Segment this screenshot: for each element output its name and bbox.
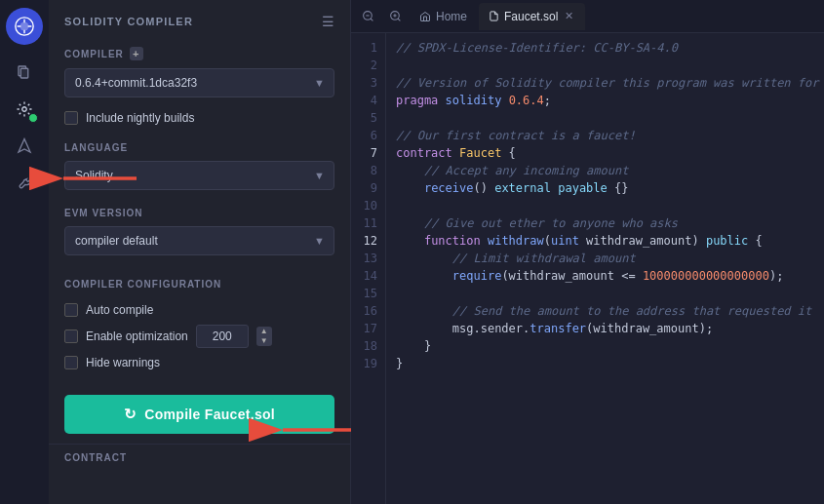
code-line-3: // Version of Solidity compiler this pro… [396,74,824,92]
line-num-12: 12 [351,232,385,250]
line-num-11: 11 [351,214,385,232]
hide-warnings-label: Hide warnings [86,356,160,369]
line-num-13: 13 [351,250,385,267]
code-line-14: require(withdraw_amount <= 1000000000000… [396,267,824,285]
contract-label: CONTRACT [64,452,334,463]
compiler-label: COMPILER + [49,39,350,64]
file-icon [489,11,499,21]
line-num-4: 4 [351,92,385,109]
logo-icon[interactable] [6,8,43,45]
code-lines: // SPDX-License-Identifier: CC-BY-SA-4.0… [386,33,824,504]
svg-point-1 [20,21,28,30]
include-nightly-checkbox[interactable] [64,111,78,125]
svg-point-4 [22,107,27,112]
code-line-5 [396,109,824,127]
auto-compile-label: Auto compile [86,303,153,317]
icon-bar [0,0,49,504]
line-num-15: 15 [351,285,385,302]
line-num-3: 3 [351,74,385,92]
compile-button[interactable]: ↻ Compile Faucet.sol [64,395,334,434]
svg-line-10 [398,19,400,20]
config-label: COMPILER CONFIGURATION [49,271,350,293]
optimization-input[interactable] [196,325,249,348]
evm-label: EVM VERSION [49,200,350,222]
include-nightly-row[interactable]: Include nightly builds [49,107,350,129]
compiler-version-select[interactable]: 0.6.4+commit.1dca32f3 [64,68,334,97]
line-num-1: 1 [351,39,385,57]
hide-warnings-row[interactable]: Hide warnings [49,352,350,373]
line-num-14: 14 [351,267,385,285]
code-line-4: pragma solidity 0.6.4; [396,92,824,109]
optimization-down-btn[interactable]: ▼ [256,336,272,346]
line-num-17: 17 [351,320,385,337]
code-line-15 [396,285,824,302]
code-line-11: // Give out ether to anyone who asks [396,214,824,232]
sidebar-title: SOLIDITY COMPILER [64,16,193,27]
line-num-7: 7 [351,144,385,162]
code-line-8: // Accept any incoming amount [396,162,824,179]
home-icon [419,11,431,22]
line-numbers: 1 2 3 4 5 6 7 8 9 10 11 12 13 14 15 16 1… [351,33,386,504]
tab-bar: Home Faucet.sol ✕ [351,0,824,33]
auto-compile-row[interactable]: Auto compile [49,299,350,321]
files-icon[interactable] [9,57,40,88]
include-nightly-label: Include nightly builds [86,111,194,125]
evm-select[interactable]: compiler default [64,226,334,255]
code-line-6: // Our first contract is a faucet! [396,127,824,144]
line-num-18: 18 [351,337,385,355]
compile-btn-wrapper: ↻ Compile Faucet.sol [49,379,350,444]
refresh-icon: ↻ [124,406,137,423]
language-select[interactable]: Solidity [64,161,334,190]
compile-btn-label: Compile Faucet.sol [144,407,275,422]
config-section: Auto compile Enable optimization ▲ ▼ Hid… [49,293,350,379]
optimization-row: Enable optimization ▲ ▼ [49,321,350,352]
zoom-out-btn[interactable] [355,4,380,29]
line-num-9: 9 [351,179,385,197]
code-line-9: receive() external payable {} [396,179,824,197]
svg-line-7 [371,19,373,20]
hide-warnings-checkbox[interactable] [64,356,78,369]
plugin-icon[interactable] [9,168,40,199]
compiler-version-wrapper: 0.6.4+commit.1dca32f3 ▼ [64,68,334,97]
tab-faucet-label: Faucet.sol [504,10,558,23]
code-line-19: } [396,355,824,372]
compiler-add-btn[interactable]: + [130,47,143,60]
code-line-17: msg.sender.transfer(withdraw_amount); [396,320,824,337]
deploy-icon[interactable] [9,131,40,162]
code-line-12: function withdraw(uint withdraw_amount) … [396,232,824,250]
tab-home-label: Home [436,10,467,23]
tab-home[interactable]: Home [410,3,477,30]
evm-wrapper: compiler default ▼ [64,226,334,255]
line-num-16: 16 [351,302,385,320]
code-line-13: // Limit withdrawal amount [396,250,824,267]
sidebar-header: SOLIDITY COMPILER ☰ [49,0,350,39]
language-label: LANGUAGE [49,135,350,157]
auto-compile-checkbox[interactable] [64,303,78,317]
enable-opt-label: Enable optimization [86,330,188,343]
code-line-1: // SPDX-License-Identifier: CC-BY-SA-4.0 [396,39,824,57]
compiler-icon[interactable] [9,94,40,125]
sidebar-collapse-btn[interactable]: ☰ [322,14,334,29]
line-num-19: 19 [351,355,385,372]
line-num-6: 6 [351,127,385,144]
tab-close-btn[interactable]: ✕ [563,10,575,22]
code-editor[interactable]: 1 2 3 4 5 6 7 8 9 10 11 12 13 14 15 16 1… [351,33,824,504]
optimization-up-btn[interactable]: ▲ [256,327,272,336]
zoom-in-btn[interactable] [382,4,408,29]
optimization-spinner: ▲ ▼ [256,327,272,346]
language-wrapper: Solidity ▼ [64,161,334,190]
code-line-2 [396,57,824,74]
svg-rect-3 [20,68,28,78]
code-line-7: contract Faucet { [396,144,824,162]
editor-area: Home Faucet.sol ✕ 1 2 3 4 5 6 7 8 9 10 [351,0,824,504]
contract-section: CONTRACT [49,444,350,471]
tab-faucet[interactable]: Faucet.sol ✕ [479,3,585,30]
sidebar-panel: SOLIDITY COMPILER ☰ COMPILER + 0.6.4+com… [49,0,351,504]
code-line-10 [396,197,824,214]
line-num-2: 2 [351,57,385,74]
enable-opt-checkbox[interactable] [64,330,78,343]
code-line-18: } [396,337,824,355]
line-num-5: 5 [351,109,385,127]
line-num-8: 8 [351,162,385,179]
code-content: 1 2 3 4 5 6 7 8 9 10 11 12 13 14 15 16 1… [351,33,824,504]
